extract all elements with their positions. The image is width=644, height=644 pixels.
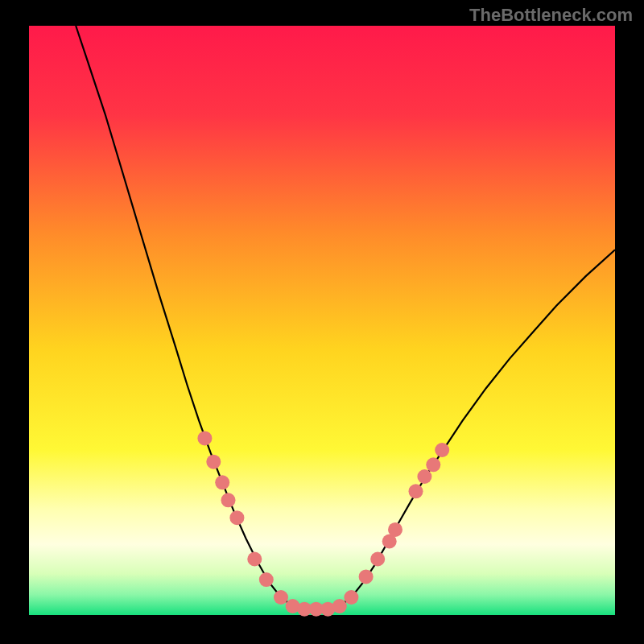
data-point <box>221 493 236 507</box>
data-point <box>435 443 449 457</box>
data-point <box>259 572 274 587</box>
bottleneck-chart <box>0 0 644 644</box>
data-point <box>344 590 358 605</box>
data-point <box>247 552 262 567</box>
data-point <box>370 552 385 567</box>
data-point <box>197 431 212 445</box>
data-point <box>409 484 423 498</box>
watermark-text: TheBottleneck.com <box>469 5 633 26</box>
data-point <box>229 510 244 525</box>
data-point <box>206 455 221 469</box>
data-point <box>332 599 347 613</box>
data-point <box>359 569 374 584</box>
data-point <box>388 522 402 537</box>
chart-container: TheBottleneck.com <box>0 0 644 644</box>
plot-background <box>29 26 615 615</box>
data-point <box>426 457 440 472</box>
data-point <box>274 590 288 605</box>
data-point <box>215 475 229 489</box>
data-point <box>417 469 431 484</box>
